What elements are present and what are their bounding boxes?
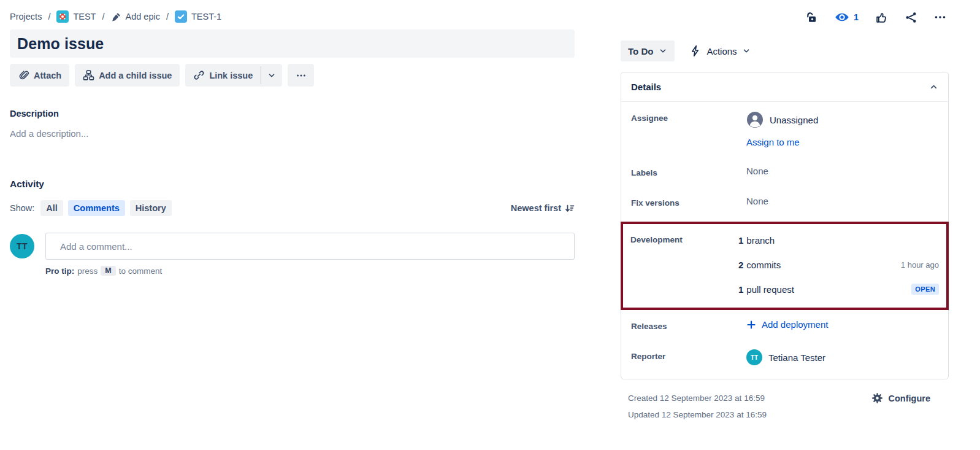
configure-button[interactable]: Configure <box>871 392 949 404</box>
task-type-icon <box>175 10 187 23</box>
labels-label: Labels <box>631 166 746 177</box>
more-horizontal-icon <box>934 11 946 23</box>
details-panel-header[interactable]: Details <box>621 72 948 102</box>
actions-label: Actions <box>706 46 737 56</box>
status-row: To Do Actions <box>621 41 949 61</box>
development-label: Development <box>630 228 738 244</box>
commits-timestamp: 1 hour ago <box>901 260 939 270</box>
commits-text: commits <box>746 260 781 270</box>
share-button[interactable] <box>905 11 917 24</box>
sidebar-footer: Created 12 September 2023 at 16:59 Updat… <box>621 390 949 423</box>
pencil-icon <box>111 12 121 22</box>
filter-all-button[interactable]: All <box>40 200 63 216</box>
sort-descending-icon <box>565 203 575 213</box>
issue-page: Projects / TES <box>0 0 980 423</box>
attach-button[interactable]: Attach <box>10 64 69 87</box>
pull-request-status-badge: OPEN <box>911 284 939 295</box>
releases-field: Releases Add deployment <box>621 310 948 340</box>
link-issue-dropdown-button[interactable] <box>261 64 282 87</box>
add-child-issue-label: Add a child issue <box>99 71 172 80</box>
project-lifebuoy-icon <box>56 10 69 23</box>
breadcrumb-projects[interactable]: Projects <box>10 12 42 21</box>
created-date: Created 12 September 2023 at 16:59 <box>628 390 767 406</box>
reporter-label: Reporter <box>631 349 746 361</box>
child-issues-icon <box>83 69 94 81</box>
breadcrumb-issue[interactable]: TEST-1 <box>175 10 221 23</box>
filter-history-button[interactable]: History <box>130 200 172 216</box>
protip-suffix: to comment <box>119 266 163 276</box>
breadcrumb-project-label: TEST <box>73 12 96 21</box>
share-icon <box>905 11 917 24</box>
comment-input[interactable] <box>45 233 575 260</box>
filter-comments-button[interactable]: Comments <box>68 200 125 216</box>
branch-text: branch <box>746 235 775 246</box>
breadcrumb-separator: / <box>48 12 50 21</box>
vote-thumbs-up-button[interactable] <box>875 11 888 24</box>
link-issue-button[interactable]: Link issue <box>185 64 261 87</box>
assignee-label: Assignee <box>631 111 746 123</box>
development-field-highlighted: Development 1 branch 2 commits 1 hour ag… <box>621 222 949 310</box>
breadcrumb: Projects / TES <box>10 10 575 23</box>
details-title: Details <box>631 82 661 92</box>
add-deployment-link[interactable]: Add deployment <box>746 319 938 330</box>
reporter-name: Tetiana Tester <box>768 352 825 363</box>
reporter-avatar: TT <box>746 349 762 365</box>
assignee-value[interactable]: Unassigned <box>746 111 938 128</box>
current-user-avatar[interactable]: TT <box>10 234 34 258</box>
toolbar-more-button[interactable] <box>288 64 314 87</box>
assignee-field: Assignee Unassigned Assign to me <box>621 102 948 157</box>
assignee-name: Unassigned <box>770 115 818 125</box>
protip-keycap: M <box>101 266 115 276</box>
breadcrumb-separator: / <box>102 12 104 21</box>
lightning-bolt-icon <box>689 45 702 57</box>
pull-request-text: pull request <box>746 284 794 295</box>
protip-press: press <box>77 266 98 276</box>
chevron-down-icon <box>659 47 667 55</box>
breadcrumb-separator: / <box>166 12 169 21</box>
breadcrumb-issue-label: TEST-1 <box>191 12 221 21</box>
assign-to-me-link[interactable]: Assign to me <box>746 137 800 147</box>
unassigned-avatar-icon <box>746 111 764 128</box>
breadcrumb-project[interactable]: TEST <box>56 10 96 23</box>
reporter-field: Reporter TT Tetiana Tester <box>621 340 948 379</box>
sort-order-button[interactable]: Newest first <box>511 203 575 213</box>
details-panel: Details Assignee <box>621 72 949 379</box>
more-actions-button[interactable] <box>934 11 946 23</box>
watch-button[interactable]: 1 <box>835 10 859 25</box>
dev-pull-request-link[interactable]: 1 pull request OPEN <box>738 277 939 301</box>
labels-value[interactable]: None <box>746 166 938 176</box>
fix-versions-value[interactable]: None <box>746 196 938 206</box>
description-placeholder[interactable]: Add a description... <box>10 128 575 139</box>
gear-icon <box>871 392 883 404</box>
plus-icon <box>746 320 756 330</box>
eye-icon <box>835 10 849 25</box>
issue-title-field[interactable]: Demo issue <box>10 29 575 58</box>
paperclip-icon <box>18 69 29 81</box>
sort-order-label: Newest first <box>511 203 561 213</box>
add-child-issue-button[interactable]: Add a child issue <box>75 64 180 87</box>
show-label: Show: <box>10 203 34 213</box>
reporter-value[interactable]: TT Tetiana Tester <box>746 349 938 365</box>
breadcrumb-epic-label: Add epic <box>126 12 160 21</box>
protip-bold: Pro tip: <box>45 266 74 276</box>
labels-field: Labels None <box>621 157 948 187</box>
configure-label: Configure <box>889 394 930 403</box>
main-column: Projects / TES <box>10 0 575 423</box>
more-horizontal-icon <box>296 70 307 81</box>
updated-date: Updated 12 September 2023 at 16:59 <box>628 406 767 423</box>
add-comment-row: TT <box>10 233 575 260</box>
description-heading: Description <box>10 109 575 118</box>
breadcrumb-add-epic[interactable]: Add epic <box>111 12 160 22</box>
dev-commits-link[interactable]: 2 commits 1 hour ago <box>738 252 939 277</box>
actions-dropdown[interactable]: Actions <box>689 45 750 57</box>
unlock-icon <box>805 11 818 24</box>
commits-count: 2 <box>738 260 743 270</box>
chevron-down-icon <box>267 71 276 80</box>
restrict-access-button[interactable] <box>805 11 818 24</box>
link-issue-label: Link issue <box>209 71 253 80</box>
link-icon <box>193 69 205 81</box>
dev-branch-link[interactable]: 1 branch <box>738 228 939 252</box>
activity-filter-row: Show: All Comments History Newest first <box>10 200 575 216</box>
status-dropdown[interactable]: To Do <box>621 41 675 61</box>
releases-label: Releases <box>631 319 746 331</box>
